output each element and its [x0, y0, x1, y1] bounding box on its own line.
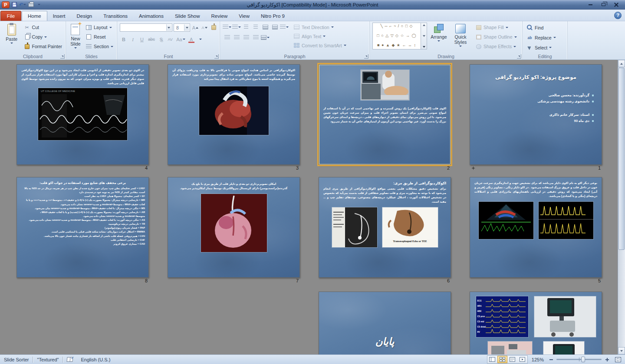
- italic-button[interactable]: I: [129, 35, 137, 43]
- help-button[interactable]: ?: [614, 12, 622, 19]
- dialog-launcher[interactable]: [60, 54, 65, 59]
- layout-button[interactable]: Layout: [84, 23, 115, 32]
- slide-thumbnail-5[interactable]: نوعی دیگر اکو به نام اکوی داپلر می‌باشد …: [470, 177, 602, 278]
- paste-button[interactable]: Paste: [3, 23, 21, 53]
- select-button[interactable]: Select: [525, 43, 565, 52]
- font-size-combobox[interactable]: 8: [174, 23, 190, 32]
- tab-nitro-pro[interactable]: Nitro Pro 9: [255, 11, 290, 21]
- character-spacing-button[interactable]: AV: [166, 35, 174, 43]
- reading-view-button[interactable]: [507, 356, 517, 363]
- text-direction-button[interactable]: Text Direction: [292, 23, 348, 32]
- new-slide-button[interactable]: New Slide: [69, 23, 82, 53]
- scroll-up-button[interactable]: [618, 60, 625, 67]
- font-color-dropdown[interactable]: [197, 35, 204, 43]
- align-text-button[interactable]: Align Text: [292, 32, 348, 41]
- change-case-button[interactable]: Aa: [175, 35, 186, 43]
- text-shadow-button[interactable]: S: [157, 35, 165, 43]
- dialog-launcher[interactable]: [364, 54, 368, 59]
- shapes-row[interactable]: ╲ ─ ⌐ ~ / ○ □ ◇: [374, 24, 419, 29]
- increase-indent-button[interactable]: [251, 23, 260, 31]
- align-left-button[interactable]: [223, 33, 231, 42]
- slide-thumbnail-equipment[interactable]: ECG HRA HBE CS prox CS mid CS distal RV: [470, 292, 602, 354]
- line-spacing-button[interactable]: [280, 23, 289, 31]
- shape-outline-button[interactable]: Shape Outline: [474, 32, 518, 42]
- scrollbar-thumb[interactable]: [618, 68, 625, 250]
- customize-quick-access-button[interactable]: [36, 1, 43, 8]
- restore-button[interactable]: [598, 1, 609, 8]
- align-center-button[interactable]: [232, 33, 241, 42]
- columns-button[interactable]: [261, 33, 270, 42]
- zoom-slider-thumb[interactable]: [581, 357, 585, 362]
- rtl-direction-button[interactable]: [270, 23, 279, 31]
- zoom-percentage[interactable]: 125%: [530, 357, 546, 362]
- slide-thumbnail-1[interactable]: موضوع پروژه: اکو کاردیو گرافی گردآورنده:…: [470, 64, 602, 165]
- tab-slide-show[interactable]: Slide Show: [169, 11, 206, 21]
- align-right-button[interactable]: [242, 33, 250, 42]
- section-button[interactable]: Section: [84, 42, 115, 51]
- language-status[interactable]: English (U.S.): [77, 355, 114, 364]
- slide-show-view-button[interactable]: [517, 356, 527, 363]
- underline-button[interactable]: U: [138, 35, 146, 43]
- arrange-button[interactable]: Arrange: [429, 23, 449, 53]
- slide-thumbnail-2-selected[interactable]: اکوی قلب (اکوکاردیوگرافی) یک روش گسترده …: [319, 64, 451, 165]
- save-button[interactable]: [11, 1, 18, 8]
- slide-thumbnail-8[interactable]: برخی مخفف های شایع مورد استفاده در جواب …: [16, 177, 149, 278]
- slide-thumbnail-4[interactable]: در اکوی دو بعدی تصویر دقیقی از آناتومی ق…: [16, 64, 149, 165]
- shapes-gallery-scroll[interactable]: [421, 23, 427, 49]
- zoom-out-button[interactable]: [548, 356, 554, 363]
- format-painter-button[interactable]: Format Painter: [23, 42, 63, 51]
- spell-check-button[interactable]: ✓: [63, 355, 77, 364]
- normal-view-button[interactable]: [487, 356, 497, 363]
- print-button[interactable]: [27, 1, 34, 8]
- close-button[interactable]: [611, 1, 622, 8]
- tab-animations[interactable]: Animations: [133, 11, 169, 21]
- dialog-launcher[interactable]: [214, 54, 219, 59]
- font-name-combobox[interactable]: [120, 23, 172, 32]
- tab-transitions[interactable]: Transitions: [98, 11, 133, 21]
- slide-sorter-view-button[interactable]: [497, 356, 507, 363]
- bold-button[interactable]: B: [120, 35, 128, 43]
- justify-button[interactable]: [251, 33, 260, 42]
- slide-thumbnail-end[interactable]: پایان: [319, 292, 451, 354]
- transition-star-icon[interactable]: [471, 166, 475, 170]
- decrease-indent-button[interactable]: [242, 23, 250, 31]
- reset-button[interactable]: Reset: [84, 32, 115, 42]
- bullets-button[interactable]: [223, 23, 231, 31]
- slide-thumbnail-7[interactable]: امکان تصویربرداری دو بعدی و داپلر قلب از…: [168, 177, 300, 278]
- powerpoint-logo-icon[interactable]: P: [2, 1, 10, 8]
- convert-to-smartart-button[interactable]: Convert to SmartArt: [292, 41, 348, 50]
- slide-thumbnail-6[interactable]: اکوکاردیوگرافی از طریق مری: برای تشخیص د…: [319, 177, 451, 278]
- tab-design[interactable]: Design: [71, 11, 98, 21]
- strikethrough-button[interactable]: abc: [147, 35, 156, 43]
- zoom-slider[interactable]: [556, 359, 602, 360]
- ltr-direction-button[interactable]: [261, 23, 270, 31]
- undo-button[interactable]: ↶: [19, 1, 26, 8]
- fit-to-window-button[interactable]: [612, 357, 624, 362]
- clear-formatting-button[interactable]: [210, 23, 217, 32]
- copy-button[interactable]: Copy: [23, 32, 63, 42]
- find-button[interactable]: Find: [525, 23, 565, 33]
- shrink-font-button[interactable]: A: [201, 23, 208, 32]
- minimize-button[interactable]: [585, 1, 595, 8]
- shape-fill-button[interactable]: Shape Fill: [474, 23, 518, 32]
- tab-review[interactable]: Review: [206, 11, 234, 21]
- font-color-button[interactable]: A: [188, 35, 195, 43]
- dialog-launcher[interactable]: [517, 54, 521, 59]
- tab-file[interactable]: File: [0, 11, 21, 21]
- shapes-gallery[interactable]: ╲ ─ ⌐ ~ / ○ □ ◇ □ ○ △ ▽ ◇ ☆ → ◯ ■ ● ▲ ◆ …: [372, 23, 421, 49]
- shape-effects-button[interactable]: Shape Effects: [474, 42, 518, 51]
- slide-sorter-area[interactable]: در اکوی دو بعدی تصویر دقیقی از آناتومی ق…: [0, 60, 625, 354]
- vertical-scrollbar[interactable]: [618, 60, 625, 354]
- scroll-down-button[interactable]: [618, 347, 625, 354]
- tab-home[interactable]: Home: [22, 11, 47, 21]
- numbering-button[interactable]: [232, 23, 241, 31]
- shapes-row[interactable]: □ ○ △ ▽ ◇ ☆ → ◯: [374, 33, 419, 39]
- tab-insert[interactable]: Insert: [47, 11, 71, 21]
- shapes-row[interactable]: ■ ● ▲ ◆ ★ ← ↔ ↕: [374, 43, 419, 48]
- grow-font-button[interactable]: A: [191, 23, 199, 32]
- zoom-in-button[interactable]: [604, 356, 610, 363]
- replace-button[interactable]: abReplace: [525, 33, 565, 43]
- slide-thumbnail-3[interactable]: اکوکاردیوگرافی بر اساس هدایت امواج صوتی …: [168, 64, 300, 165]
- tab-view[interactable]: View: [233, 11, 255, 21]
- cut-button[interactable]: ✂Cut: [23, 23, 63, 32]
